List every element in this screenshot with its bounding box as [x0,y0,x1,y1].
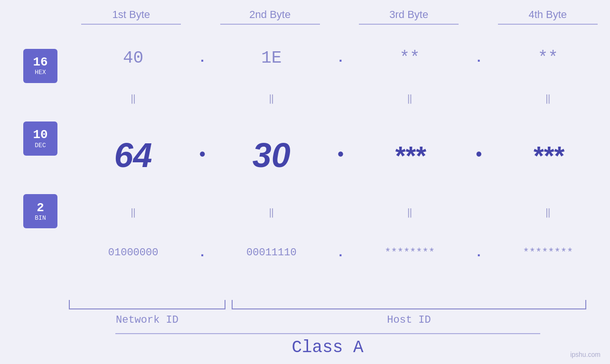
hex-b1-value: 40 [123,48,143,68]
byte1-header: 1st Byte [69,9,194,25]
dot-dec-2: • [334,146,348,165]
bin-b2-value: 00011110 [246,247,297,259]
hex-b3-cell: ** [348,48,472,68]
eq1-b2: ‖ [209,93,333,104]
byte-headers: 1st Byte 2nd Byte 3rd Byte 4th Byte [0,0,610,25]
hex-badge: 16 HEX [23,49,57,83]
bin-b1-cell: 01000000 [71,247,195,259]
eq2-b3: ‖ [348,206,472,218]
dot-dec-3: • [472,146,486,165]
network-bracket [69,300,225,309]
eq2-b1: ‖ [71,206,195,218]
equals-row-2: ‖ ‖ ‖ ‖ [71,205,610,219]
bin-b3-value: ******** [385,247,435,259]
hex-b1-cell: 40 [71,48,195,68]
bin-b4-value: ******** [523,247,573,259]
dec-b4-value: *** [533,140,563,170]
data-columns: 40 . 1E . ** . ** ‖ ‖ [71,25,610,286]
byte1-label: 1st Byte [113,9,150,20]
main-container: 1st Byte 2nd Byte 3rd Byte 4th Byte 16 H… [0,0,610,364]
bin-badge: 2 BIN [23,194,57,228]
byte2-header: 2nd Byte [208,9,333,25]
watermark: ipshu.com [570,351,601,358]
dec-b2-value: 30 [253,136,291,174]
main-content: 16 HEX 10 DEC 2 BIN 40 . 1E [0,25,610,286]
hex-b4-cell: ** [486,48,610,68]
dec-b4-cell: *** [486,140,610,171]
host-bracket [232,300,586,309]
bin-b1-value: 01000000 [108,247,159,259]
eq1-b4: ‖ [486,93,610,104]
dot-dec-1: • [195,146,209,165]
dec-b1-cell: 64 [71,136,195,175]
dot-bin-1: . [195,245,209,260]
bin-row: 01000000 . 00011110 . ******** . *******… [71,219,610,286]
hex-b3-value: ** [400,48,420,68]
bin-badge-label: BIN [35,215,46,222]
dec-b1-value: 64 [114,136,152,174]
dot-hex-2: . [334,51,348,65]
eq1-b1: ‖ [71,93,195,104]
equals-row-1: ‖ ‖ ‖ ‖ [71,91,610,105]
class-section: Class A [0,331,610,364]
hex-b2-value: 1E [261,48,282,68]
eq2-b4: ‖ [486,206,610,218]
bin-b3-cell: ******** [348,247,472,259]
eq1-b3: ‖ [348,93,472,104]
badges-column: 16 HEX 10 DEC 2 BIN [14,25,71,286]
hex-b4-value: ** [538,48,558,68]
hex-badge-label: HEX [35,69,46,76]
host-id-label: Host ID [232,314,586,326]
dec-b2-cell: 30 [209,136,333,175]
dot-bin-3: . [472,245,486,260]
hex-row: 40 . 1E . ** . ** [71,25,610,91]
dot-bin-2: . [334,245,348,260]
dot-hex-1: . [195,51,209,65]
byte4-header: 4th Byte [486,9,610,25]
dot-hex-3: . [472,51,486,65]
byte3-label: 3rd Byte [389,9,428,20]
bin-b4-cell: ******** [486,247,610,259]
network-id-label: Network ID [69,314,225,326]
dec-badge-number: 10 [33,128,47,142]
dec-b3-value: *** [394,140,425,170]
hex-badge-number: 16 [33,56,47,69]
byte2-label: 2nd Byte [249,9,291,20]
bracket-section: Network ID Host ID [0,288,610,331]
bin-b2-cell: 00011110 [209,247,333,259]
dec-badge-label: DEC [35,142,46,149]
class-line [115,333,540,334]
byte4-label: 4th Byte [528,9,567,20]
bin-badge-number: 2 [37,201,44,215]
hex-b2-cell: 1E [209,48,333,68]
class-a-label: Class A [291,338,363,357]
byte3-header: 3rd Byte [347,9,471,25]
dec-badge: 10 DEC [23,121,57,156]
eq2-b2: ‖ [209,206,333,218]
dec-row: 64 • 30 • *** • *** [71,105,610,205]
dec-b3-cell: *** [348,140,472,171]
